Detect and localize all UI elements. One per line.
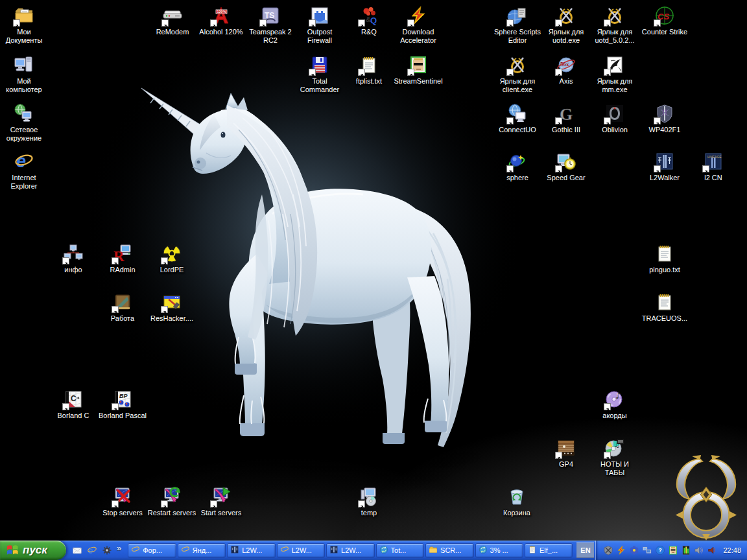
- ie-icon: e: [181, 545, 190, 555]
- desktop-icon-l2walker[interactable]: L2Walker: [640, 151, 689, 182]
- desktop-icon-outpost-firewall[interactable]: Outpost Firewall: [295, 5, 344, 45]
- desktop-icon-uotd-exe[interactable]: Ярлык для uotd.exe: [541, 5, 591, 45]
- desktop-icon-info[interactable]: инфо: [49, 243, 98, 274]
- desktop-icon-uotd-502[interactable]: Ярлык для uotd_5.0.2...: [590, 5, 639, 45]
- desktop-icon-label: Ярлык для uotd.exe: [541, 28, 591, 45]
- desktop-icon-axis[interactable]: 56xAxis: [541, 54, 591, 86]
- help-question-icon[interactable]: ?: [655, 545, 665, 555]
- desktop-icon-network-places[interactable]: Сетевое окружение: [0, 103, 49, 143]
- desktop-icon-sphere[interactable]: sphere: [493, 151, 542, 182]
- desktop-icon-download-accelerator[interactable]: Download Accelerator: [394, 5, 443, 45]
- volume-meter-icon[interactable]: [681, 545, 691, 555]
- task-button-7[interactable]: SCR...: [425, 543, 473, 558]
- desktop-icon-akordy[interactable]: ♪акорды: [590, 389, 639, 420]
- quick-launch-settings-gear[interactable]: [101, 544, 113, 556]
- desktop-icon-gp4[interactable]: GP4: [541, 438, 591, 469]
- shortcut-arrow-icon: [210, 19, 217, 27]
- desktop-icon-temp[interactable]: temp: [344, 486, 394, 517]
- task-button-label: Tot...: [391, 546, 407, 554]
- gothic-icon: G: [556, 103, 576, 124]
- lordpe-icon: [161, 243, 182, 264]
- task-button-2[interactable]: eЯнд...: [178, 543, 226, 558]
- globemon-icon: [507, 103, 528, 124]
- desktop-icon-label: Мои Документы: [0, 28, 49, 45]
- volume-horn-icon[interactable]: [707, 545, 717, 555]
- task-button-6[interactable]: Tot...: [376, 543, 424, 558]
- stream-sentinel-icon[interactable]: [668, 545, 678, 555]
- task-button-8[interactable]: 3% ...: [475, 543, 523, 558]
- task-button-5[interactable]: L2W...: [326, 543, 374, 558]
- teamspeak-icon: TS: [260, 5, 281, 26]
- l2walker-icon: [654, 151, 675, 172]
- task-buttons: eФор...eЯнд...L2W...eL2W...L2W...Tot...S…: [126, 541, 574, 560]
- desktop-icon-reshacker[interactable]: ResHacker....: [147, 292, 196, 323]
- desktop-icon-client-exe[interactable]: Ярлык для client.exe: [493, 54, 542, 94]
- task-button-label: Фор...: [143, 546, 162, 554]
- quick-launch-outlook-express[interactable]: [71, 544, 83, 556]
- desktop-icon-gothic-iii[interactable]: GGothic III: [541, 103, 591, 134]
- task-button-1[interactable]: eФор...: [128, 543, 176, 558]
- desktop-icon-l2-cn[interactable]: LINEAGEl2 CN: [689, 151, 738, 182]
- desktop-icon-teamspeak-2-rc2[interactable]: TSTeamspeak 2 RC2: [246, 5, 295, 45]
- game-shield-icon[interactable]: [603, 545, 613, 555]
- desktop-icon-mm-exe[interactable]: Ярлык для mm.exe: [590, 54, 639, 94]
- shortcut-arrow-icon: [358, 69, 365, 76]
- desktop-icon-total-commander[interactable]: Total Commander: [295, 54, 344, 94]
- download-accelerator-icon[interactable]: [616, 545, 626, 555]
- svg-text:e: e: [132, 545, 137, 554]
- axis-icon: 56x: [556, 54, 576, 75]
- desktop-icon-label: Ярлык для uotd_5.0.2...: [590, 28, 639, 45]
- flower-icon[interactable]: [629, 545, 639, 555]
- desktop-icon-speed-gear[interactable]: Speed Gear: [541, 151, 591, 182]
- desktop-icon-label: ConnectUO: [499, 126, 536, 134]
- desktop-icon-counter-strike[interactable]: CSCounter Strike: [640, 5, 689, 36]
- desktop-icon-traceuos[interactable]: TRACEUOS...: [640, 292, 689, 323]
- desktop-icon-rnq[interactable]: &QR&Q: [344, 5, 394, 36]
- reshacker-icon: [161, 292, 182, 312]
- desktop-icon-pinguo-txt[interactable]: pinguo.txt: [640, 243, 689, 274]
- borlandbp-icon: BP: [112, 389, 133, 410]
- desktop-icon-borland-c[interactable]: CBorland C: [49, 389, 98, 420]
- desktop-icon-lordpe[interactable]: LordPE: [147, 243, 196, 274]
- quick-launch-internet-explorer[interactable]: e: [86, 544, 98, 556]
- desktop-icon-radmin[interactable]: RRAdmin: [98, 243, 147, 274]
- desktop-icon-oblivion[interactable]: Oblivion: [590, 103, 639, 134]
- desktop-icon-ftplist-txt[interactable]: ftplist.txt: [344, 54, 394, 86]
- desktop-icon-restart-servers[interactable]: Restart servers: [147, 486, 196, 517]
- screen: Мои ДокументыМой компьютерСетевое окруже…: [0, 0, 747, 560]
- task-button-9[interactable]: Elf_...: [525, 543, 573, 558]
- l2walker-icon: [329, 545, 338, 555]
- network-connection-icon[interactable]: [642, 545, 652, 555]
- desktop-icon-alcohol-120[interactable]: 120%Alcohol 120%: [196, 5, 246, 36]
- face-icon: [408, 54, 429, 75]
- shortcut-arrow-icon: [161, 19, 169, 27]
- bolt-icon: [408, 5, 429, 26]
- task-button-4[interactable]: eL2W...: [277, 543, 325, 558]
- speaker-icon[interactable]: [694, 545, 704, 555]
- desktop-icon-my-documents[interactable]: Мои Документы: [0, 5, 49, 45]
- desktop-icon-borland-pascal[interactable]: BPBorland Pascal: [98, 389, 147, 420]
- desktop-icon-wp402f1[interactable]: WP402F1: [640, 103, 689, 134]
- uoswords-icon: [556, 5, 576, 26]
- desktop-icon-my-computer[interactable]: Мой компьютер: [0, 54, 49, 94]
- desktop-icon-sphere-scripts-editor[interactable]: Sphere Scripts Editor: [493, 5, 542, 45]
- desktop-icon-rabota[interactable]: Работа: [98, 292, 147, 323]
- desktop-icon-streamsentinel[interactable]: StreamSentinel: [394, 54, 443, 86]
- task-button-3[interactable]: L2W...: [227, 543, 275, 558]
- oblivion-icon: [604, 103, 625, 124]
- desktop-icon-connectuo[interactable]: ConnectUO: [493, 103, 542, 134]
- desktop-icon-remodem[interactable]: ReModem: [148, 5, 197, 36]
- desktop-icon-internet-explorer[interactable]: eInternet Explorer: [0, 151, 49, 191]
- desktop-icon-start-servers[interactable]: Start servers: [196, 486, 246, 517]
- desktop-icon-noty-i-taby[interactable]: ♫НОТЫ И ТАБЫ: [590, 438, 639, 477]
- desktop-icon-korzina[interactable]: Корзина: [492, 486, 541, 517]
- desktop-icon-stop-servers[interactable]: Stop servers: [98, 486, 147, 517]
- start-button[interactable]: пуск: [0, 541, 66, 560]
- book-icon: [112, 292, 133, 312]
- language-indicator[interactable]: EN: [576, 542, 594, 558]
- desktop[interactable]: Мои ДокументыМой компьютерСетевое окруже…: [0, 0, 747, 541]
- desktop-icon-label: Start servers: [201, 509, 241, 517]
- shortcut-arrow-icon: [112, 257, 119, 264]
- quick-launch-overflow[interactable]: »: [117, 545, 123, 555]
- desktop-icon-label: Teamspeak 2 RC2: [246, 28, 295, 45]
